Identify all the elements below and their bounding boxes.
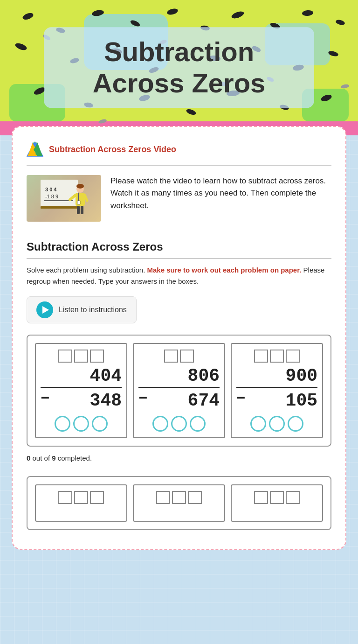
circle-input-1-3[interactable] (92, 416, 108, 432)
minus-sign-1: − (41, 390, 49, 408)
circle-input-1-2[interactable] (73, 416, 89, 432)
answer-input-5-3[interactable] (188, 491, 202, 504)
circle-answers-1 (55, 416, 108, 432)
svg-rect-55 (77, 206, 80, 214)
answer-input-4-3[interactable] (90, 491, 104, 504)
svg-point-2 (91, 9, 104, 17)
math-equation-3: 900 −105 (236, 365, 317, 411)
svg-point-21 (186, 108, 197, 116)
worksheet-title: Subtraction Across Zeros (27, 240, 331, 259)
answer-input-1-3[interactable] (90, 350, 104, 363)
math-bottom-3: −105 (236, 387, 317, 412)
circle-input-2-1[interactable] (152, 416, 168, 432)
answer-input-6-1[interactable] (254, 491, 268, 504)
math-equation-2: 806 −674 (138, 365, 220, 411)
answer-input-6-2[interactable] (270, 491, 284, 504)
answer-input-3-1[interactable] (254, 350, 268, 363)
circle-input-1-1[interactable] (55, 416, 70, 432)
minus-sign-3: − (236, 390, 245, 408)
math-bottom-2: −674 (138, 387, 220, 412)
svg-point-49 (76, 184, 84, 189)
problem-box-5 (133, 484, 225, 522)
svg-point-8 (302, 10, 314, 16)
problem-box-1: 404 −348 (35, 343, 127, 438)
svg-rect-56 (81, 206, 83, 214)
progress-total: 9 (52, 454, 55, 462)
answer-boxes-top-2 (164, 350, 194, 363)
answer-boxes-top-3 (254, 350, 300, 363)
circle-input-3-2[interactable] (269, 416, 285, 432)
page-title: Subtraction Across Zeros (62, 36, 296, 98)
problem-box-3: 900 −105 (231, 343, 323, 438)
progress-out-of: out of (33, 454, 52, 462)
video-description: Please watch the video to learn how to s… (110, 175, 331, 212)
worksheet-instructions: Solve each problem using subtraction. Ma… (27, 265, 331, 287)
answer-boxes-top-5 (156, 491, 202, 504)
answer-boxes-top-4 (58, 491, 104, 504)
answer-input-4-2[interactable] (74, 491, 88, 504)
math-bottom-1: −348 (41, 387, 122, 412)
svg-point-4 (166, 7, 179, 16)
video-thumbnail[interactable]: 3 0 4 -1 8 9 (27, 175, 101, 222)
answer-boxes-top-6 (254, 491, 300, 504)
svg-point-6 (231, 10, 245, 20)
problems-container-2 (27, 476, 331, 530)
math-top-2: 806 (138, 365, 220, 387)
play-triangle-icon (42, 306, 49, 314)
video-thumb-inner: 3 0 4 -1 8 9 (27, 175, 101, 222)
svg-point-9 (335, 19, 345, 26)
video-section: 3 0 4 -1 8 9 (27, 175, 331, 222)
svg-point-30 (340, 84, 349, 89)
svg-text:3 0 4: 3 0 4 (45, 187, 57, 192)
math-top-3: 900 (236, 365, 317, 387)
teacher-svg: 3 0 4 -1 8 9 (38, 177, 90, 219)
main-content: Subtraction Across Zeros (0, 0, 358, 550)
answer-input-2-1[interactable] (164, 350, 178, 363)
circle-input-2-2[interactable] (171, 416, 187, 432)
play-icon (36, 301, 53, 318)
listen-instructions-button[interactable]: Listen to instructions (27, 296, 137, 323)
svg-line-52 (85, 195, 87, 201)
progress-text: 0 out of 9 completed. (27, 454, 331, 462)
circle-input-3-1[interactable] (250, 416, 266, 432)
circle-input-3-3[interactable] (288, 416, 303, 432)
listen-button-label: Listen to instructions (59, 306, 127, 314)
content-card: Subtraction Across Zeros Video 3 0 4 (12, 126, 346, 550)
minus-sign-2: − (138, 390, 147, 408)
answer-input-1-2[interactable] (74, 350, 88, 363)
svg-point-0 (22, 12, 34, 21)
circle-answers-3 (250, 416, 303, 432)
worksheet-section: Subtraction Across Zeros Solve each prob… (27, 240, 331, 530)
svg-rect-44 (41, 206, 78, 209)
divider-1 (27, 165, 331, 166)
answer-input-3-2[interactable] (270, 350, 284, 363)
answer-input-5-2[interactable] (172, 491, 186, 504)
progress-label: completed. (58, 454, 92, 462)
math-equation-1: 404 −348 (41, 365, 122, 411)
hero-section: Subtraction Across Zeros (0, 0, 358, 135)
problem-box-6 (231, 484, 323, 522)
hero-title-box: Subtraction Across Zeros (44, 27, 314, 108)
svg-point-10 (14, 42, 28, 51)
answer-input-1-1[interactable] (58, 350, 72, 363)
problem-box-2: 806 −674 (133, 343, 225, 438)
answer-input-6-3[interactable] (286, 491, 300, 504)
instruction-highlight: Make sure to work out each problem on pa… (147, 266, 301, 274)
instruction-plain: Solve each problem using subtraction. (27, 266, 145, 274)
answer-input-2-2[interactable] (180, 350, 194, 363)
circle-answers-2 (152, 416, 206, 432)
svg-point-28 (98, 119, 107, 124)
drive-link[interactable]: Subtraction Across Zeros Video (49, 145, 176, 154)
answer-input-4-1[interactable] (58, 491, 72, 504)
svg-text:-1 8 9: -1 8 9 (45, 194, 58, 199)
drive-link-row: Subtraction Across Zeros Video (27, 141, 331, 158)
problems-row-2 (35, 484, 323, 522)
svg-rect-54 (77, 201, 80, 204)
svg-point-17 (328, 50, 339, 57)
google-drive-icon (27, 141, 43, 158)
answer-input-3-3[interactable] (286, 350, 300, 363)
svg-point-3 (130, 19, 141, 28)
circle-input-2-3[interactable] (190, 416, 206, 432)
svg-point-24 (320, 93, 333, 102)
answer-input-5-1[interactable] (156, 491, 170, 504)
